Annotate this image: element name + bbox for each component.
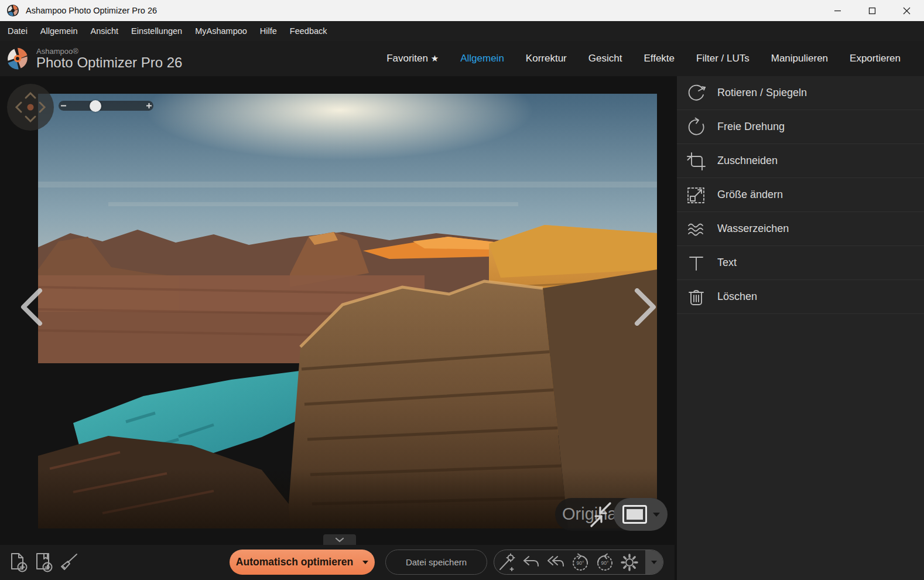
zoom-in-icon[interactable]: [144, 101, 153, 111]
svg-text:90°: 90°: [601, 560, 609, 566]
rotate-right-90-button[interactable]: 90°: [593, 551, 617, 574]
menu-allgemein[interactable]: Allgemein: [34, 26, 84, 36]
svg-text:90°: 90°: [577, 560, 584, 566]
tool-resize[interactable]: Größe ändern: [677, 178, 924, 212]
tool-watermark[interactable]: Wasserzeichen: [677, 212, 924, 246]
view-mode-dropdown-icon[interactable]: [653, 513, 660, 517]
brand-company: Ashampoo®: [36, 47, 182, 56]
titlebar: Ashampoo Photo Optimizer Pro 26: [0, 0, 924, 21]
rotate-left-90-icon: 90°: [570, 552, 591, 573]
add-image-from-file-button[interactable]: [32, 551, 54, 574]
window-title: Ashampoo Photo Optimizer Pro 26: [26, 6, 157, 15]
brand-product: Photo Optimizer Pro 26: [36, 55, 182, 70]
tab-gesicht[interactable]: Gesicht: [588, 53, 622, 64]
auto-optimize-button[interactable]: Automatisch optimieren: [230, 550, 375, 575]
minimize-button[interactable]: [820, 0, 855, 21]
tab-exportieren[interactable]: Exportieren: [850, 53, 901, 64]
compare-view-button[interactable]: [622, 505, 647, 524]
pan-pad[interactable]: [7, 84, 54, 131]
star-icon: ★: [431, 53, 439, 63]
rotate-mirror-icon: [686, 83, 707, 104]
menu-ansicht[interactable]: Ansicht: [84, 26, 125, 36]
watermark-icon: [686, 219, 707, 240]
menu-feedback[interactable]: Feedback: [283, 26, 334, 36]
window-controls: [820, 0, 924, 21]
undo-all-button[interactable]: [543, 551, 568, 574]
compare-view-thumb: [627, 509, 643, 520]
menu-myashampoo[interactable]: MyAshampoo: [189, 26, 254, 36]
zoom-slider[interactable]: [59, 101, 153, 111]
crop-icon: [686, 151, 707, 172]
auto-optimize-label: Automatisch optimieren: [236, 556, 353, 568]
resize-icon: [686, 185, 707, 206]
save-file-label: Datei speichern: [406, 557, 467, 567]
previous-image-button[interactable]: [19, 288, 45, 326]
quick-actions-bar: 90° 90°: [494, 550, 663, 575]
zoom-slider-track[interactable]: [68, 101, 144, 111]
header: Ashampoo® Photo Optimizer Pro 26 Favorit…: [0, 41, 924, 76]
tool-label: Rotieren / Spiegeln: [717, 87, 807, 99]
tool-label: Zuschneiden: [717, 155, 778, 167]
chevron-left-icon: [19, 288, 45, 326]
undo-all-icon: [546, 552, 566, 572]
menu-hilfe[interactable]: Hilfe: [254, 26, 283, 36]
photo-image: [38, 94, 657, 528]
maximize-button[interactable]: [855, 0, 889, 21]
gear-icon: [620, 552, 639, 572]
tab-korrektur[interactable]: Korrektur: [526, 53, 567, 64]
quick-actions-dropdown[interactable]: [645, 550, 663, 574]
brand-swirl-icon: [5, 46, 30, 71]
app-logo-icon: [6, 4, 19, 17]
tool-delete[interactable]: Löschen: [677, 280, 924, 314]
menu-datei[interactable]: Datei: [1, 26, 34, 36]
brand-logo: Ashampoo® Photo Optimizer Pro 26: [5, 46, 182, 71]
tools-sidebar: Rotieren / Spiegeln Freie Drehung Zuschn…: [677, 76, 924, 580]
tab-manipulieren[interactable]: Manipulieren: [771, 53, 828, 64]
undo-icon: [521, 552, 541, 572]
tool-label: Wasserzeichen: [717, 223, 789, 235]
tool-text[interactable]: Text: [677, 246, 924, 280]
compare-overlay: Original: [555, 498, 668, 531]
toolbar-collapse-handle[interactable]: [323, 534, 356, 545]
photo-canvas: Original: [0, 76, 675, 545]
tool-label: Größe ändern: [717, 189, 783, 201]
text-icon: [686, 253, 707, 274]
next-image-button[interactable]: [632, 288, 658, 326]
bottom-toolbar: Automatisch optimieren Datei speichern: [0, 545, 675, 580]
auto-optimize-dropdown-icon[interactable]: [362, 561, 368, 564]
chevron-down-icon: [651, 561, 657, 564]
chevron-right-icon: [632, 288, 658, 326]
chevron-down-icon: [335, 537, 344, 543]
tool-rotate-mirror[interactable]: Rotieren / Spiegeln: [677, 76, 924, 110]
fit-to-screen-icon[interactable]: [587, 501, 615, 528]
trash-icon: [686, 286, 707, 308]
pan-arrows-icon: [7, 84, 54, 131]
zoom-out-icon[interactable]: [59, 101, 68, 111]
tab-filter-luts[interactable]: Filter / LUTs: [696, 53, 750, 64]
tool-label: Löschen: [717, 291, 757, 303]
tool-crop[interactable]: Zuschneiden: [677, 144, 924, 178]
tool-free-rotation[interactable]: Freie Drehung: [677, 110, 924, 144]
settings-button[interactable]: [617, 551, 642, 574]
undo-button[interactable]: [519, 551, 543, 574]
menubar: Datei Allgemein Ansicht Einstellungen My…: [0, 21, 924, 41]
free-rotation-icon: [686, 117, 707, 138]
menu-einstellungen[interactable]: Einstellungen: [125, 26, 189, 36]
rotate-right-90-icon: 90°: [594, 552, 615, 573]
tab-effekte[interactable]: Effekte: [644, 53, 675, 64]
add-image-button[interactable]: [7, 551, 29, 574]
close-button[interactable]: [889, 0, 924, 21]
save-file-button[interactable]: Datei speichern: [385, 550, 487, 575]
magic-wand-button[interactable]: [494, 551, 519, 574]
tab-favoriten[interactable]: Favoriten ★: [386, 53, 439, 64]
zoom-slider-knob[interactable]: [90, 100, 101, 112]
clear-list-button[interactable]: [57, 551, 79, 574]
main-nav-tabs: Favoriten ★ Allgemein Korrektur Gesicht …: [386, 53, 924, 64]
tool-label: Text: [717, 257, 737, 269]
tab-allgemein[interactable]: Allgemein: [460, 53, 504, 64]
magic-wand-icon: [497, 552, 516, 572]
tool-label: Freie Drehung: [717, 121, 785, 133]
view-mode-control: [614, 498, 668, 531]
rotate-left-90-button[interactable]: 90°: [568, 551, 593, 574]
